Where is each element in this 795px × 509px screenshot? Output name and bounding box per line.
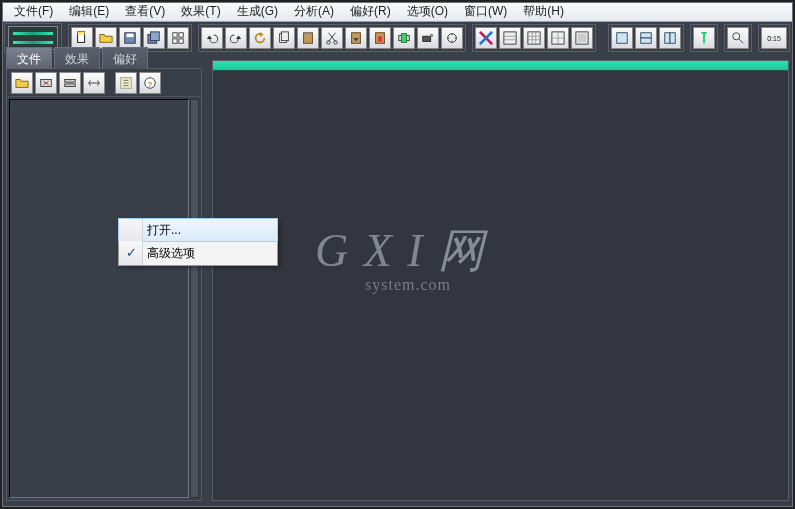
panel-options-button[interactable]	[115, 72, 137, 94]
svg-rect-13	[305, 32, 310, 35]
grid-2-button[interactable]	[523, 27, 545, 49]
menu-generate[interactable]: 生成(G)	[229, 0, 286, 22]
open-file-button[interactable]	[95, 27, 117, 49]
window-3-button[interactable]	[659, 27, 681, 49]
svg-rect-5	[151, 32, 160, 41]
paste-button[interactable]	[297, 27, 319, 49]
svg-point-34	[733, 33, 740, 40]
batch-button[interactable]	[167, 27, 189, 49]
undo-button[interactable]	[201, 27, 223, 49]
ctx-open[interactable]: 打开...	[118, 218, 278, 242]
toolgroup-time: 0:15	[758, 24, 790, 52]
svg-rect-32	[665, 33, 670, 44]
redo-button[interactable]	[225, 27, 247, 49]
svg-rect-6	[173, 33, 177, 37]
panel-toolbar: ?	[7, 69, 201, 97]
svg-text:?: ?	[148, 79, 153, 88]
watermark: G X I 网 system.com	[315, 220, 486, 294]
mix-paste-button[interactable]	[369, 27, 391, 49]
spectral-view-button[interactable]	[475, 27, 497, 49]
svg-rect-40	[65, 83, 76, 86]
svg-rect-28	[578, 34, 587, 43]
svg-rect-1	[78, 32, 85, 35]
toolgroup-windows	[608, 24, 684, 52]
new-file-button[interactable]	[71, 27, 93, 49]
svg-rect-33	[670, 33, 675, 44]
svg-point-22	[430, 34, 434, 38]
check-icon: ✓	[126, 245, 142, 261]
toolgroup-view	[472, 24, 596, 52]
menu-analyze[interactable]: 分析(A)	[286, 0, 342, 22]
ctx-advanced[interactable]: ✓ 高级选项	[119, 241, 277, 265]
panel-edit-button[interactable]	[83, 72, 105, 94]
watermark-label-1: G X I	[315, 225, 425, 276]
svg-rect-7	[179, 33, 183, 37]
window-1-button[interactable]	[611, 27, 633, 49]
properties-button[interactable]	[441, 27, 463, 49]
menu-view[interactable]: 查看(V)	[117, 0, 173, 22]
side-tabs: 文件 效果 偏好	[6, 47, 150, 69]
svg-rect-9	[179, 39, 183, 43]
svg-rect-30	[641, 33, 652, 38]
svg-rect-39	[65, 79, 76, 82]
tab-effects[interactable]: 效果	[54, 47, 100, 69]
paste-new-button[interactable]	[345, 27, 367, 49]
ctx-open-label: 打开...	[147, 222, 181, 239]
toolgroup-marker	[690, 24, 718, 52]
toolgroup-zoom	[724, 24, 752, 52]
ctx-advanced-label: 高级选项	[147, 245, 195, 262]
menu-help[interactable]: 帮助(H)	[515, 0, 572, 22]
svg-rect-25	[528, 32, 540, 44]
panel-insert-button[interactable]	[59, 72, 81, 94]
window-2-button[interactable]	[635, 27, 657, 49]
toolgroup-edit	[198, 24, 466, 52]
panel-close-button[interactable]	[35, 72, 57, 94]
trim-button[interactable]	[393, 27, 415, 49]
grid-1-button[interactable]	[499, 27, 521, 49]
save-button[interactable]	[119, 27, 141, 49]
panel-open-button[interactable]	[11, 72, 33, 94]
menu-bar: 文件(F) 编辑(E) 查看(V) 效果(T) 生成(G) 分析(A) 偏好(R…	[0, 0, 795, 22]
panel-help-button[interactable]: ?	[139, 72, 161, 94]
panel-file-list[interactable]	[9, 99, 189, 498]
panel-scrollbar[interactable]	[190, 99, 199, 498]
svg-rect-20	[401, 34, 406, 43]
ctx-gutter-icon	[119, 219, 143, 241]
menu-file[interactable]: 文件(F)	[6, 0, 61, 22]
grid-3-button[interactable]	[547, 27, 569, 49]
svg-rect-31	[641, 38, 652, 43]
side-panel: 文件 效果 偏好 ?	[6, 68, 202, 501]
grid-4-button[interactable]	[571, 27, 593, 49]
svg-rect-24	[504, 32, 516, 44]
watermark-label-2: 网	[438, 225, 486, 276]
convert-button[interactable]	[417, 27, 439, 49]
repeat-button[interactable]	[249, 27, 271, 49]
svg-rect-8	[173, 39, 177, 43]
tab-favorites[interactable]: 偏好	[102, 47, 148, 69]
editor-timeline-strip[interactable]	[213, 61, 788, 71]
menu-edit[interactable]: 编辑(E)	[61, 0, 117, 22]
time-display-button[interactable]: 0:15	[761, 27, 787, 49]
svg-rect-21	[423, 36, 431, 41]
tab-files[interactable]: 文件	[6, 47, 52, 69]
context-menu: 打开... ✓ 高级选项	[118, 218, 278, 266]
marker-button[interactable]	[693, 27, 715, 49]
menu-effects[interactable]: 效果(T)	[173, 0, 228, 22]
svg-rect-18	[378, 36, 382, 41]
editor-area	[212, 60, 789, 501]
svg-rect-3	[127, 34, 134, 38]
svg-rect-11	[281, 32, 288, 41]
svg-rect-29	[617, 33, 628, 44]
menu-favorites[interactable]: 偏好(R)	[342, 0, 399, 22]
menu-window[interactable]: 窗口(W)	[456, 0, 515, 22]
save-all-button[interactable]	[143, 27, 165, 49]
menu-options[interactable]: 选项(O)	[399, 0, 456, 22]
zoom-button[interactable]	[727, 27, 749, 49]
copy-button[interactable]	[273, 27, 295, 49]
cut-button[interactable]	[321, 27, 343, 49]
